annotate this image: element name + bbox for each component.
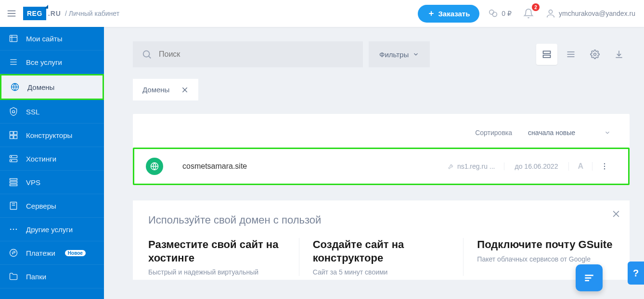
svg-rect-18 (14, 132, 17, 135)
svg-point-42 (594, 53, 596, 56)
sort-select[interactable]: сначала новые (521, 124, 618, 142)
svg-point-24 (11, 161, 12, 161)
logo[interactable]: REG.RU (23, 7, 61, 20)
promo-title: Разместите свой сайт на хостинге (148, 238, 285, 264)
download-button[interactable] (608, 44, 630, 65)
svg-point-32 (13, 229, 14, 230)
sidebar-item-label: VPS (26, 178, 40, 187)
promo-banner: Используйте свой домен с пользой Размест… (133, 200, 630, 280)
sidebar-item-hosting[interactable]: Хостинги (0, 147, 104, 171)
svg-rect-38 (543, 55, 551, 58)
sidebar-item-servers[interactable]: Серверы (0, 194, 104, 218)
svg-rect-20 (14, 136, 17, 139)
sort-value: сначала новые (528, 129, 575, 137)
svg-rect-16 (13, 111, 15, 112)
promo-title: Подключите почту GSuite (477, 238, 614, 251)
menu-toggle-icon[interactable] (6, 8, 17, 19)
sidebar-item-label: Хостинги (26, 155, 56, 163)
sidebar-item-all-services[interactable]: Все услуги (0, 50, 104, 74)
svg-point-51 (604, 168, 605, 169)
sidebar-item-payments[interactable]: Платежи Новое (0, 241, 104, 265)
sidebar-item-label: Все услуги (26, 58, 62, 66)
svg-rect-8 (10, 35, 17, 41)
close-icon[interactable] (181, 86, 189, 94)
domain-row[interactable]: cosmetsamara.site ns1.reg.ru ... до 16.0… (133, 148, 630, 185)
chat-fab[interactable] (576, 264, 603, 291)
sidebar-item-label: Платежи (26, 249, 55, 257)
svg-point-49 (604, 163, 605, 164)
search-input[interactable] (159, 50, 354, 59)
svg-point-50 (604, 166, 605, 167)
chevron-down-icon (604, 129, 611, 136)
sidebar-item-other-services[interactable]: Другие услуги (0, 218, 104, 241)
domain-record-type: A (568, 162, 592, 171)
sidebar-item-my-sites[interactable]: Мои сайты (0, 27, 104, 50)
search-icon (142, 49, 152, 60)
order-button[interactable]: Заказать (418, 5, 479, 23)
svg-rect-19 (10, 136, 13, 139)
sidebar: Мои сайты Все услуги Домены SSL Конструк… (0, 27, 104, 299)
settings-button[interactable] (584, 44, 605, 65)
sidebar-item-folders[interactable]: Папки (0, 265, 104, 288)
domain-actions-menu[interactable] (592, 162, 617, 171)
svg-point-23 (11, 156, 12, 157)
search-box[interactable] (133, 41, 363, 67)
sidebar-item-label: Мои сайты (26, 35, 62, 43)
promo-col-builder[interactable]: Создайте сайт на конструкторе Сайт за 5 … (299, 238, 464, 276)
domain-expiry: до 16.06.2022 (504, 162, 569, 170)
promo-desc: Пакет облачных сервисов от Google (477, 255, 614, 263)
close-icon[interactable] (611, 209, 621, 219)
sidebar-item-builders[interactable]: Конструкторы (0, 124, 104, 147)
svg-point-31 (10, 229, 12, 230)
notifications-badge: 2 (532, 3, 540, 11)
sidebar-item-label: Другие услуги (26, 225, 73, 234)
view-cards-button[interactable] (536, 44, 557, 65)
header: REG.RU / Личный кабинет Заказать 0 ₽ 2 y… (0, 0, 644, 27)
user-menu[interactable]: ymchurakova@yandex.ru (542, 6, 638, 21)
sidebar-item-domains[interactable]: Домены (0, 74, 104, 100)
svg-rect-27 (10, 184, 17, 186)
main-content: Фильтры Домены Сортировка сначала новые (104, 27, 644, 299)
chip-label: Домены (142, 86, 169, 94)
svg-rect-55 (585, 277, 591, 279)
svg-point-5 (489, 10, 494, 14)
svg-rect-28 (10, 202, 16, 210)
balance[interactable]: 0 ₽ (485, 6, 515, 21)
promo-desc: Быстрый и надежный виртуальный (148, 268, 285, 276)
domain-name: cosmetsamara.site (182, 162, 439, 171)
filters-label: Фильтры (379, 50, 409, 59)
notifications-button[interactable]: 2 (520, 6, 537, 21)
svg-rect-26 (10, 181, 17, 183)
svg-point-33 (16, 229, 17, 230)
sidebar-item-label: Домены (27, 83, 54, 91)
view-list-button[interactable] (560, 44, 581, 65)
sidebar-item-ssl[interactable]: SSL (0, 100, 104, 124)
filter-chip-domains[interactable]: Домены (133, 79, 198, 100)
svg-point-35 (143, 51, 150, 57)
svg-rect-54 (585, 275, 593, 276)
breadcrumb: / Личный кабинет (65, 10, 119, 17)
toolbar: Фильтры (133, 41, 630, 67)
sidebar-item-label: Папки (26, 273, 46, 281)
svg-rect-56 (585, 280, 589, 281)
help-tab[interactable]: ? (628, 262, 644, 285)
svg-point-7 (549, 10, 552, 13)
sidebar-item-vps[interactable]: VPS (0, 171, 104, 194)
svg-rect-17 (10, 132, 13, 135)
chat-icon (583, 272, 595, 284)
globe-icon (146, 158, 163, 175)
wrench-icon (448, 163, 454, 170)
filters-button[interactable]: Фильтры (369, 41, 430, 67)
order-button-label: Заказать (438, 10, 470, 18)
domain-ns: ns1.reg.ru ... (439, 162, 504, 170)
new-badge: Новое (65, 250, 86, 256)
promo-desc: Сайт за 5 минут своими (313, 268, 450, 276)
svg-rect-37 (543, 51, 551, 53)
balance-value: 0 ₽ (502, 10, 512, 17)
promo-title: Создайте сайт на конструкторе (313, 238, 450, 264)
promo-col-hosting[interactable]: Разместите свой сайт на хостинге Быстрый… (148, 238, 299, 276)
svg-line-36 (149, 56, 151, 58)
sort-label: Сортировка (475, 129, 512, 137)
sidebar-item-label: SSL (26, 108, 39, 116)
svg-point-6 (493, 12, 497, 16)
